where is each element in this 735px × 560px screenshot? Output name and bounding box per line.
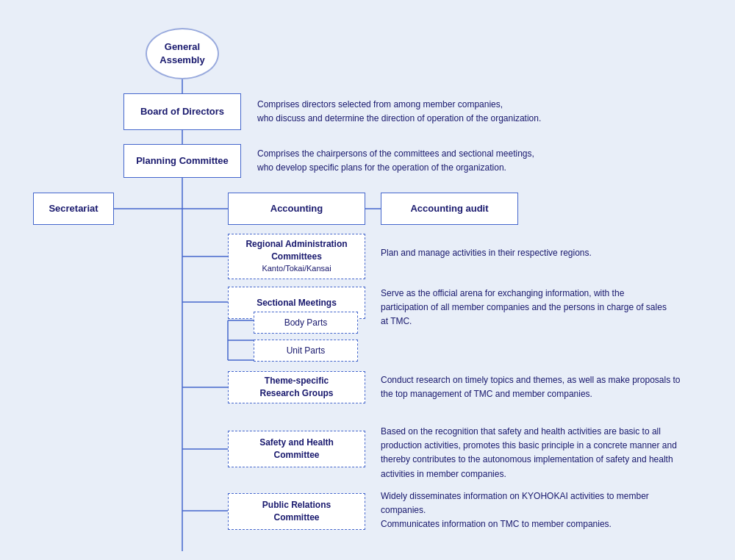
board-description: Comprises directors selected from among … <box>257 98 698 126</box>
board-of-directors-node: Board of Directors <box>123 93 241 130</box>
public-description: Widely disseminates information on KYOHO… <box>381 489 711 532</box>
sectional-meetings-label: Sectional Meetings <box>257 297 337 309</box>
general-assembly-node: General Assembly <box>146 28 219 79</box>
theme-specific-node: Theme-specific Research Groups <box>228 371 365 403</box>
board-label: Board of Directors <box>140 105 224 118</box>
planning-committee-node: Planning Committee <box>123 144 241 178</box>
safety-health-node: Safety and Health Committee <box>228 431 365 467</box>
unit-parts-label: Unit Parts <box>287 345 326 357</box>
unit-parts-node: Unit Parts <box>254 340 358 362</box>
accounting-audit-label: Accounting audit <box>410 202 488 215</box>
accounting-label: Accounting <box>270 202 323 215</box>
secretariat-node: Secretariat <box>33 193 114 225</box>
public-relations-node: Public Relations Committee <box>228 493 365 530</box>
safety-health-label: Safety and Health Committee <box>259 437 334 462</box>
planning-description: Comprises the chairpersons of the commit… <box>257 147 698 175</box>
general-assembly-label: General Assembly <box>147 40 218 67</box>
regional-admin-label: Regional Administration Committees Kanto… <box>245 238 347 275</box>
diagram-container: General Assembly Board of Directors Plan… <box>0 0 735 560</box>
safety-description: Based on the recognition that safety and… <box>381 425 711 481</box>
secretariat-label: Secretariat <box>49 202 98 215</box>
theme-specific-label: Theme-specific Research Groups <box>259 375 333 400</box>
body-parts-label: Body Parts <box>284 317 328 329</box>
regional-description: Plan and manage activities in their resp… <box>381 246 711 260</box>
accounting-audit-node: Accounting audit <box>381 193 518 225</box>
theme-description: Conduct research on timely topics and th… <box>381 373 711 401</box>
planning-label: Planning Committee <box>136 154 229 168</box>
regional-admin-node: Regional Administration Committees Kanto… <box>228 234 365 279</box>
body-parts-node: Body Parts <box>254 312 358 334</box>
public-relations-label: Public Relations Committee <box>262 499 331 524</box>
accounting-node: Accounting <box>228 193 365 225</box>
sectional-description: Serve as the official arena for exchangi… <box>381 287 711 329</box>
